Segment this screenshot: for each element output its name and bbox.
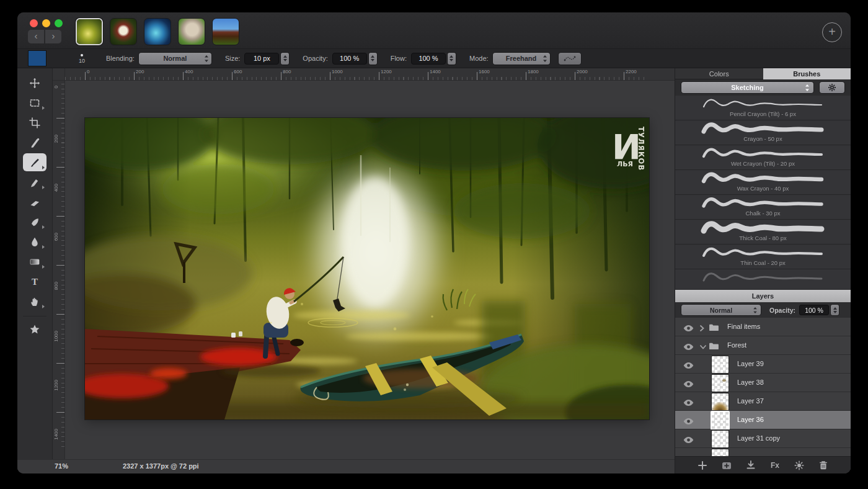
primary-color-swatch[interactable] [28,50,46,66]
tab-brushes[interactable]: Brushes [763,68,851,79]
delete-trash-button[interactable] [817,459,830,472]
brush-item[interactable] [675,269,851,290]
hand-tool[interactable] [23,292,46,310]
layers-panel-header[interactable]: Layers [675,290,851,302]
visibility-eye-icon[interactable] [683,325,694,332]
layer-row[interactable]: Layer 39 [675,355,851,374]
crop-tool[interactable] [23,114,46,132]
layer-group-row[interactable]: Final items [675,318,851,336]
size-stepper[interactable] [281,53,289,65]
gradient-tool-icon [29,256,40,267]
ruler-label: 0 [53,86,59,88]
smudge-tool[interactable] [23,213,46,231]
blending-dropdown[interactable]: Normal [139,53,211,65]
brush-tool-icon [29,157,40,168]
size-field[interactable]: 10 px [244,53,279,65]
brush-item[interactable]: Thin Coal - 20 px [675,245,851,269]
document-info: 2327 x 1377px @ 72 ppi [123,462,199,470]
brush-tool[interactable] [23,153,46,171]
visibility-eye-icon[interactable] [683,362,694,369]
layer-row[interactable]: Layer 31 copy [675,429,851,448]
layer-blend-mode-dropdown[interactable]: Normal [681,305,761,315]
document-tab[interactable] [178,18,205,45]
ruler-label: 1200 [379,69,392,74]
forward-button[interactable]: › [45,30,61,43]
ruler-label: 0 [85,69,89,74]
opacity-stepper[interactable] [369,53,377,65]
visibility-eye-icon[interactable] [683,418,694,425]
tool-divider [23,316,46,316]
thumbnail-paint-content [712,402,728,411]
layer-list: Final itemsForestLayer 39Layer 38Layer 3… [675,318,851,456]
painting-canvas[interactable]: И ТУЛЯКОВ ЛЬЯ [85,118,649,419]
visibility-eye-icon[interactable] [683,436,694,444]
eraser-tool[interactable] [23,193,46,211]
layer-footer-toolbar: Fx [675,456,851,473]
layer-group-row[interactable]: Forest [675,336,851,355]
pen-tool[interactable] [23,133,46,151]
visibility-eye-icon[interactable] [683,399,694,406]
effects-fx-button[interactable]: Fx [768,459,782,472]
signature-name: ЛЬЯ [617,160,633,168]
adjustments-icon [794,460,805,471]
opacity-field[interactable]: 100 % [332,53,367,65]
marquee-tool[interactable] [23,94,46,112]
document-tab[interactable] [110,18,137,45]
brush-name: Thick Coal - 80 px [675,235,851,241]
forest-painting: И ТУЛЯКОВ ЛЬЯ [85,118,649,419]
star-tool[interactable] [23,320,46,338]
chevron-down-icon[interactable] [699,343,707,351]
move-tool[interactable] [23,74,46,92]
zoom-button[interactable] [55,19,63,27]
minimize-button[interactable] [42,19,50,27]
brush-settings-button[interactable] [820,82,844,93]
gradient-tool[interactable] [23,253,46,271]
document-tab[interactable] [76,18,103,45]
flow-field[interactable]: 100 % [411,53,446,65]
import-button[interactable] [744,459,758,472]
right-panel: Colors Brushes Sketching [675,68,851,473]
document-tab[interactable] [212,18,239,45]
marker-tool[interactable] [23,173,46,191]
tab-colors[interactable]: Colors [675,68,763,79]
new-document-button[interactable]: + [822,22,842,42]
document-tab-strip [76,18,239,45]
layer-opacity-field[interactable]: 100 % [799,305,829,315]
layer-thumbnail[interactable] [711,411,730,430]
brush-item[interactable]: Wet Crayon (Tilt) - 20 px [675,146,851,170]
brush-set-dropdown[interactable]: Sketching [681,82,813,93]
layer-thumbnail[interactable] [711,393,729,411]
adjustments-button[interactable] [792,459,806,472]
layer-thumbnail[interactable] [711,374,729,392]
layer-row[interactable] [675,448,851,456]
add-layer-button[interactable] [696,459,709,472]
flow-stepper[interactable] [448,53,456,65]
visibility-eye-icon[interactable] [683,343,694,351]
layer-row[interactable]: Layer 37 [675,392,851,411]
mode-dropdown[interactable]: Freehand [493,53,550,65]
text-tool[interactable]: T [23,272,46,290]
brush-item[interactable]: Chalk - 30 px [675,195,851,220]
brush-item[interactable]: Pencil Crayon (Tilt) - 6 px [675,96,851,120]
layer-thumbnail[interactable] [711,356,729,374]
visibility-eye-icon[interactable] [683,380,694,388]
brush-item[interactable]: Wax Crayon - 40 px [675,171,851,195]
ruler-label: 800 [281,69,291,74]
chevron-right-icon[interactable] [699,325,704,332]
brush-item[interactable]: Thick Coal - 80 px [675,220,851,244]
layer-row[interactable]: Layer 38 [675,374,851,392]
stroke-stabilizer-button[interactable] [559,53,581,65]
layer-thumbnail[interactable] [711,430,729,448]
back-button[interactable]: ‹ [28,30,44,43]
add-group-button[interactable] [720,459,733,472]
brush-item[interactable]: Crayon - 50 px [675,121,851,145]
flow-label: Flow: [391,55,407,62]
pen-tool-icon [29,137,40,148]
brush-name: Pencil Crayon (Tilt) - 6 px [675,110,851,117]
drop-tool[interactable] [23,233,46,251]
layer-row[interactable]: Layer 36 [675,411,851,429]
document-tab[interactable] [144,18,171,45]
layer-opacity-stepper[interactable] [831,305,839,315]
layer-thumbnail[interactable] [711,449,729,456]
close-button[interactable] [30,19,38,27]
